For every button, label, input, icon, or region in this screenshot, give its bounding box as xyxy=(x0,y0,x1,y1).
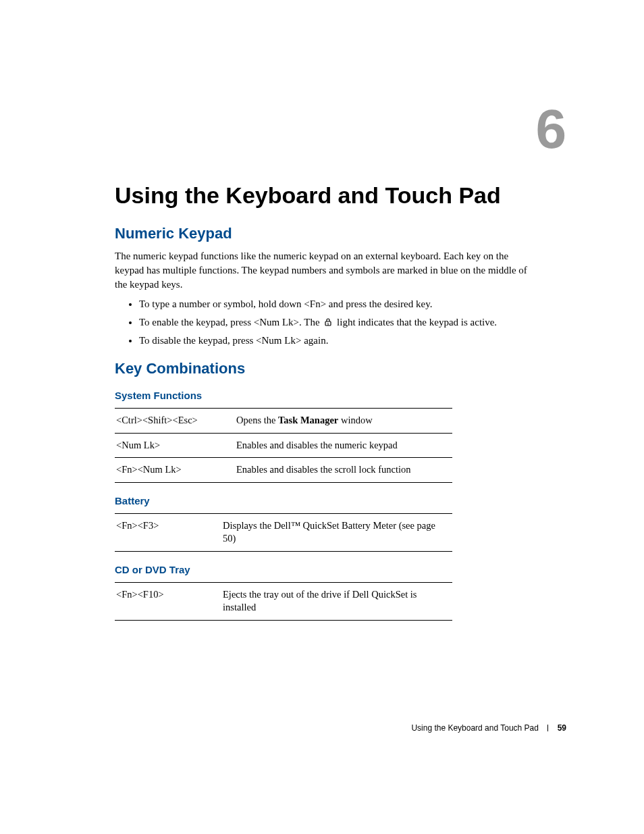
subsection-heading-battery: Battery xyxy=(115,495,529,506)
key-combo-cell: <Fn><F3> xyxy=(115,513,221,551)
battery-table: <Fn><F3> Displays the Dell™ QuickSet Bat… xyxy=(115,513,452,552)
key-desc-cell: Displays the Dell™ QuickSet Battery Mete… xyxy=(221,513,452,551)
key-desc-cell: Enables and disables the scroll lock fun… xyxy=(235,458,452,483)
key-combo-cell: <Num Lk> xyxy=(115,433,235,458)
table-row: <Fn><Num Lk> Enables and disables the sc… xyxy=(115,458,452,483)
table-row: <Num Lk> Enables and disables the numeri… xyxy=(115,433,452,458)
key-combo-cell: <Fn><Num Lk> xyxy=(115,458,235,483)
table-row: <Fn><F10> Ejects the tray out of the dri… xyxy=(115,582,452,620)
numeric-keypad-intro: The numeric keypad functions like the nu… xyxy=(115,249,529,292)
list-item: To disable the keypad, press <Num Lk> ag… xyxy=(139,334,529,348)
table-row: <Ctrl><Shift><Esc> Opens the Task Manage… xyxy=(115,409,452,434)
desc-bold: Task Manager xyxy=(278,415,338,425)
bullet-text-pre: To enable the keypad, press <Num Lk>. Th… xyxy=(139,317,322,328)
section-heading-numeric-keypad: Numeric Keypad xyxy=(115,225,529,242)
key-combo-cell: <Ctrl><Shift><Esc> xyxy=(115,409,235,434)
table-row: <Fn><F3> Displays the Dell™ QuickSet Bat… xyxy=(115,513,452,551)
bullet-text-post: light indicates that the keypad is activ… xyxy=(337,317,497,328)
key-combo-cell: <Fn><F10> xyxy=(115,582,221,620)
desc-pre: Opens the xyxy=(236,415,278,425)
subsection-heading-cd-dvd: CD or DVD Tray xyxy=(115,564,529,575)
document-page: 6 Using the Keyboard and Touch Pad Numer… xyxy=(0,0,644,834)
key-desc-cell: Ejects the tray out of the drive if Dell… xyxy=(221,582,452,620)
desc-post: window xyxy=(338,415,372,425)
list-item: To enable the keypad, press <Num Lk>. Th… xyxy=(139,315,529,330)
key-desc-cell: Enables and disables the numeric keypad xyxy=(235,433,452,458)
subsection-heading-system-functions: System Functions xyxy=(115,390,529,401)
key-desc-cell: Opens the Task Manager window xyxy=(235,409,452,434)
chapter-number: 6 xyxy=(535,101,566,157)
page-title: Using the Keyboard and Touch Pad xyxy=(115,182,529,209)
footer-page-number: 59 xyxy=(558,723,566,733)
page-footer: Using the Keyboard and Touch Pad 59 xyxy=(411,723,566,733)
list-item: To type a number or symbol, hold down <F… xyxy=(139,297,529,311)
numeric-keypad-bullet-list: To type a number or symbol, hold down <F… xyxy=(115,297,529,348)
section-heading-key-combinations: Key Combinations xyxy=(115,360,529,377)
footer-separator xyxy=(547,725,548,731)
numlock-icon: 9 xyxy=(323,317,333,327)
cd-dvd-table: <Fn><F10> Ejects the tray out of the dri… xyxy=(115,582,452,621)
footer-text: Using the Keyboard and Touch Pad xyxy=(411,723,539,733)
svg-text:9: 9 xyxy=(327,322,329,326)
system-functions-table: <Ctrl><Shift><Esc> Opens the Task Manage… xyxy=(115,408,452,483)
